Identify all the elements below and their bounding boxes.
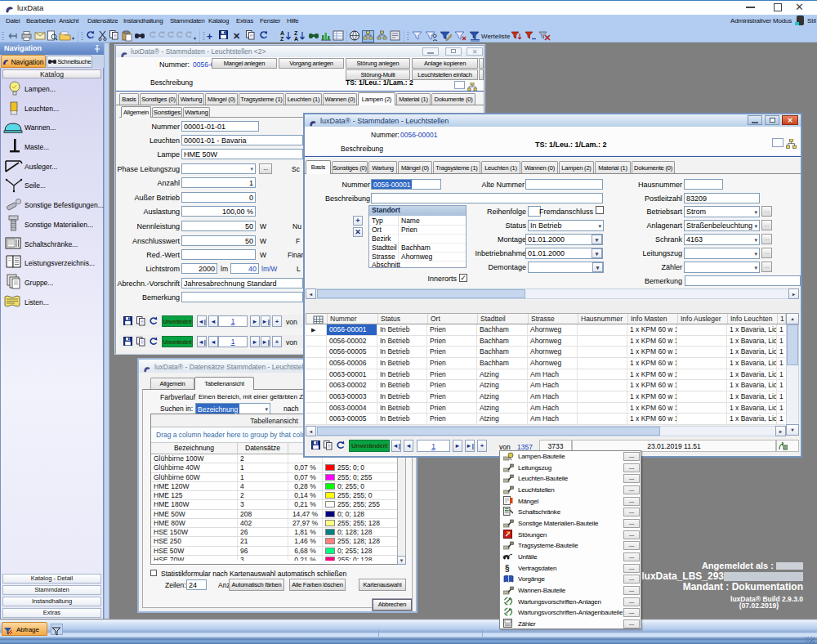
svg-text:Z: Z [280, 36, 284, 42]
svg-text:Z: Z [294, 30, 298, 36]
svg-text:A: A [294, 36, 298, 42]
svg-text:A: A [280, 30, 284, 36]
